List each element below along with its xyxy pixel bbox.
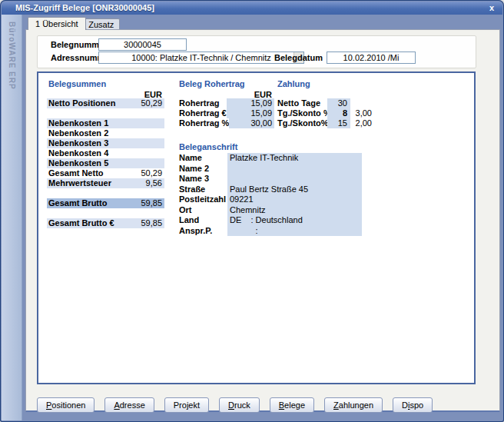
anschrift-value: DE : Deutschland (227, 215, 362, 226)
zahlungen-button[interactable]: Zahlungen (324, 397, 383, 413)
zahlung-percent-value (350, 98, 372, 108)
zahlung-percent-value: 3,00 (350, 108, 372, 118)
summary-row: Nebenkosten 5 (47, 158, 164, 168)
summary-row: Nebenkosten 1 (47, 118, 164, 128)
druck-button[interactable]: Druck (219, 397, 260, 413)
summary-row: Mehrwertsteuer9,56 (47, 178, 164, 188)
positionen-button[interactable]: Positionen (37, 397, 94, 413)
anschrift-value: Paul Bertz Straße 45 (227, 184, 362, 195)
rohertrag-value: 30,00 (229, 118, 274, 128)
zahlung-title: Zahlung (277, 79, 310, 88)
rohertrag-label: Rohertrag € (179, 108, 227, 118)
zahlung-label: Netto Tage (277, 98, 327, 108)
summary-row: Nebenkosten 4 (47, 148, 164, 158)
tab-uebersicht[interactable]: 1 Übersicht (28, 17, 86, 30)
adresse-button[interactable]: Adresse (104, 397, 154, 413)
belegdatum-label: Belegdatum (274, 53, 323, 62)
tab-zusatz-label: Zusatz (86, 20, 114, 29)
anschrift-row: Name 3 (179, 174, 362, 184)
summary-label: Nebenkosten 5 (47, 158, 128, 168)
anschrift-row: Postleitzahl09221 (179, 194, 362, 205)
summary-value (128, 138, 164, 148)
tab-page-uebersicht: Belegnummer Adressnummer Belegdatum Bele… (25, 29, 500, 412)
summary-value (128, 158, 164, 168)
zahlung-percent-value: 2,00 (350, 118, 372, 128)
anschrift-value: 09221 (227, 194, 362, 205)
action-button-row: PositionenAdresseProjektDruckBelegeZahlu… (37, 397, 433, 413)
anschrift-value (227, 174, 362, 184)
anschrift-row: LandDE : Deutschland (179, 215, 362, 226)
summary-label: Nebenkosten 1 (47, 118, 128, 128)
rohertrag-row: Rohertrag €15,09 (179, 108, 274, 118)
anschrift-value: : (227, 226, 362, 237)
brand-sidebar: BüroWARE ERP (2, 15, 22, 420)
anschrift-value: Chemnitz (227, 205, 362, 216)
brand-label: BüroWARE ERP (8, 15, 16, 420)
zahlung-label: Tg./Skonto% (277, 118, 327, 128)
row-spacer (47, 208, 164, 218)
zahlung-days-value: 8 (327, 108, 350, 118)
summary-label: Gesamt Brutto (47, 198, 128, 208)
summary-row: Netto Positionen50,29 (47, 98, 164, 108)
belegdatum-input[interactable] (327, 52, 416, 64)
anschrift-row: OrtChemnitz (179, 205, 362, 216)
zahlung-row: Tg./Skonto %83,00 (277, 108, 372, 118)
rohertrag-value: 15,09 (227, 98, 274, 108)
summary-label: Nebenkosten 2 (47, 128, 128, 138)
summary-label: Gesamt Brutto € (47, 218, 128, 228)
zahlung-rows: Netto Tage30Tg./Skonto %83,00Tg./Skonto%… (277, 98, 372, 128)
rohertrag-rows: Rohertrag15,09Rohertrag €15,09Rohertrag … (179, 98, 274, 128)
dispo-button[interactable]: Dispo (393, 397, 433, 413)
anschrift-label: Anspr.P. (179, 226, 227, 237)
summary-value: 59,85 (128, 198, 164, 208)
adressnummer-input[interactable] (98, 52, 304, 64)
anschrift-value (227, 164, 362, 174)
title-bar: MIS-Zugriff Belege [ONR30000045] x (2, 2, 502, 15)
anschrift-label: Land (179, 215, 227, 226)
window-title: MIS-Zugriff Belege [ONR30000045] (15, 2, 154, 15)
projekt-button[interactable]: Projekt (164, 397, 209, 413)
zahlung-row: Tg./Skonto%152,00 (277, 118, 372, 128)
anschrift-row: NamePlatzke IT-Technik (179, 153, 362, 164)
close-icon[interactable]: x (489, 2, 494, 14)
belege-button[interactable]: Belege (270, 397, 314, 413)
summary-row: Nebenkosten 2 (47, 128, 164, 138)
anschrift-label: Name 3 (179, 174, 227, 184)
anschrift-label: Straße (179, 184, 227, 195)
row-spacer (47, 188, 164, 198)
document-header-box: Belegnummer Adressnummer Belegdatum (37, 35, 476, 68)
anschrift-label: Name 2 (179, 164, 227, 174)
rohertrag-row: Rohertrag %30,00 (179, 118, 274, 128)
zahlung-days-value: 15 (327, 118, 350, 128)
summary-value: 50,29 (128, 168, 164, 178)
summary-label: Nebenkosten 3 (47, 138, 128, 148)
rohertrag-label: Rohertrag (179, 98, 227, 108)
summary-row: Gesamt Netto50,29 (47, 168, 164, 178)
zahlung-row: Netto Tage30 (277, 98, 372, 108)
belegnummer-input[interactable] (98, 38, 187, 51)
zahlung-days-value: 30 (327, 98, 350, 108)
row-spacer (47, 108, 164, 118)
summary-value: 9,56 (128, 178, 164, 188)
summary-label: Netto Positionen (47, 98, 128, 108)
belegsummen-rows: Netto Positionen50,29Nebenkosten 1Nebenk… (47, 98, 164, 228)
summary-value (128, 128, 164, 138)
beleganschrift-rows: NamePlatzke IT-TechnikName 2Name 3Straße… (179, 153, 362, 236)
anschrift-row: Name 2 (179, 164, 362, 174)
summary-value: 50,29 (128, 98, 164, 108)
rohertrag-value: 15,09 (227, 108, 274, 118)
anschrift-label: Name (179, 153, 227, 164)
summary-row: Gesamt Brutto59,85 (47, 198, 164, 208)
belegsummen-title: Belegsummen (48, 79, 106, 88)
anschrift-label: Ort (179, 205, 227, 216)
summary-label: Gesamt Netto (47, 168, 128, 178)
rohertrag-label: Rohertrag % (179, 118, 229, 128)
app-window: MIS-Zugriff Belege [ONR30000045] x BüroW… (0, 0, 504, 422)
summary-label: Nebenkosten 4 (47, 148, 128, 158)
summary-label: Mehrwertsteuer (47, 178, 128, 188)
summary-value (128, 148, 164, 158)
summary-row: Nebenkosten 3 (47, 138, 164, 148)
zahlung-label: Tg./Skonto % (277, 108, 327, 118)
anschrift-label: Postleitzahl (179, 194, 227, 205)
rohertrag-title: Beleg Rohertrag (179, 79, 245, 88)
